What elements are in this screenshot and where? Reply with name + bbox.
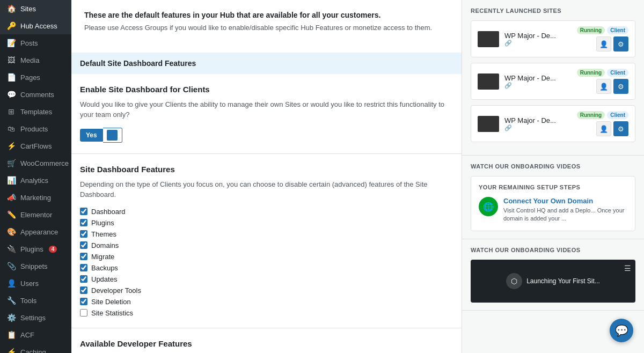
feature-checkbox[interactable] [80, 275, 87, 283]
sidebar-item-analytics[interactable]: 📊 Analytics [0, 172, 71, 189]
feature-checkbox[interactable] [80, 219, 87, 226]
sidebar-item-plugins[interactable]: 🔌 Plugins 4 [0, 240, 71, 258]
client-badge: Client [607, 111, 628, 119]
site-card: WP Major - De... 🔗 Running Client 👤 ⚙ [471, 105, 635, 142]
sidebar-item-templates[interactable]: ⊞ Templates [0, 103, 71, 120]
feature-checkbox-label: Plugins [91, 219, 114, 227]
site-link[interactable]: 🔗 [504, 40, 572, 47]
feature-checkbox[interactable] [80, 241, 87, 249]
sidebar-item-settings[interactable]: ⚙️ Settings [0, 309, 71, 326]
sidebar-item-pages[interactable]: 📄 Pages [0, 69, 71, 86]
sidebar-label-cartflows: CartFlows [20, 142, 52, 150]
sidebar-item-posts[interactable]: 📝 Posts [0, 34, 71, 52]
site-actions: Running Client 👤 ⚙ [577, 111, 628, 136]
plugins-badge: 4 [49, 246, 57, 253]
site-dashboard-features-section: Site Dashboard Features Depending on the… [71, 154, 462, 328]
site-info: WP Major - De... 🔗 [504, 74, 572, 89]
sidebar-item-comments[interactable]: 💬 Comments [0, 86, 71, 103]
sidebar-label-marketing: Marketing [20, 194, 51, 202]
client-badge: Client [607, 26, 628, 34]
feature-checkbox[interactable] [80, 264, 87, 271]
site-actions: Running Client 👤 ⚙ [577, 26, 628, 52]
status-badge: Running [577, 69, 605, 77]
elementor-icon: ✏️ [6, 210, 16, 219]
sidebar-label-users: Users [20, 280, 39, 288]
sidebar-label-woocommerce: WooCommerce [20, 159, 69, 167]
enable-dashboard-desc: Would you like to give your Clients the … [80, 99, 453, 120]
user-action-btn[interactable]: 👤 [596, 121, 611, 136]
sidebar-item-elementor[interactable]: ✏️ Elementor [0, 206, 71, 223]
toggle-box[interactable] [103, 128, 122, 143]
sidebar-label-products: Products [20, 125, 48, 133]
sidebar-item-snippets[interactable]: 📎 Snippets [0, 258, 71, 275]
status-badge: Running [577, 111, 605, 119]
sidebar-item-users[interactable]: 👤 Users [0, 275, 71, 292]
settings-action-btn[interactable]: ⚙ [613, 121, 628, 136]
sidebar-item-caching[interactable]: ⚡ Caching [0, 343, 71, 353]
connect-domain-title[interactable]: Connect Your Own Domain [503, 197, 627, 205]
video-inner: ⬡ Launching Your First Sit... [506, 273, 600, 289]
feature-checkbox-label: Migrate [91, 253, 114, 261]
sidebar-item-products[interactable]: 🛍 Products [0, 120, 71, 137]
feature-checkbox-label: Backups [91, 264, 118, 272]
feature-checkbox[interactable] [80, 309, 87, 317]
site-card: WP Major - De... 🔗 Running Client 👤 ⚙ [471, 63, 635, 100]
video-thumbnail[interactable]: ⬡ Launching Your First Sit... ☰ [471, 260, 635, 303]
features-checkbox-list: DashboardPluginsThemesDomainsMigrateBack… [80, 208, 453, 317]
feature-checkbox[interactable] [80, 230, 87, 238]
feature-checkbox[interactable] [80, 298, 87, 305]
pages-icon: 📄 [6, 72, 16, 82]
sidebar-label-comments: Comments [20, 91, 54, 99]
sidebar-item-woocommerce[interactable]: 🛒 WooCommerce [0, 155, 71, 172]
sidebar-label-pages: Pages [20, 73, 40, 82]
site-link[interactable]: 🔗 [504, 82, 572, 89]
settings-icon: ⚙️ [6, 313, 16, 322]
checkbox-item: Developer Tools [80, 286, 453, 295]
sidebar-item-media[interactable]: 🖼 Media [0, 52, 71, 69]
sidebar-item-acf[interactable]: 📋 ACF [0, 326, 71, 343]
feature-checkbox[interactable] [80, 253, 87, 260]
toggle-container: Yes [80, 128, 453, 143]
templates-icon: ⊞ [6, 107, 16, 116]
sidebar-label-sites: Sites [20, 5, 36, 13]
sidebar-item-hub-access[interactable]: 🔑 Hub Access [0, 17, 71, 34]
sidebar-item-marketing[interactable]: 📣 Marketing [0, 189, 71, 206]
enable-dashboard-title: Enable Site Dashboard for Clients [80, 85, 453, 94]
users-icon: 👤 [6, 278, 16, 288]
user-action-btn[interactable]: 👤 [596, 36, 611, 52]
settings-action-btn[interactable]: ⚙ [613, 36, 628, 52]
tools-icon: 🔧 [6, 296, 16, 305]
sidebar-item-tools[interactable]: 🔧 Tools [0, 292, 71, 309]
sidebar-label-media: Media [20, 56, 39, 64]
sidebar-label-settings: Settings [20, 314, 46, 322]
site-name: WP Major - De... [504, 116, 572, 124]
sidebar-item-sites[interactable]: 🏠 Sites [0, 0, 71, 17]
feature-checkbox[interactable] [80, 208, 87, 215]
sidebar-label-caching: Caching [20, 348, 46, 354]
sidebar-item-cartflows[interactable]: ⚡ CartFlows [0, 137, 71, 155]
site-info: WP Major - De... 🔗 [504, 32, 572, 47]
main-area: These are the default features in your H… [71, 0, 644, 353]
client-badge: Client [607, 69, 628, 77]
site-actions: Running Client 👤 ⚙ [577, 69, 628, 94]
chat-bubble[interactable]: 💬 [610, 319, 633, 342]
caching-icon: ⚡ [6, 347, 16, 353]
available-developer-section: Available Developer Features Disable cer… [71, 328, 462, 354]
feature-checkbox-label: Dashboard [91, 208, 126, 216]
feature-checkbox[interactable] [80, 286, 87, 294]
checkbox-item: Site Statistics [80, 309, 453, 317]
media-icon: 🖼 [6, 55, 16, 65]
checkbox-item: Site Deletion [80, 298, 453, 306]
feature-checkbox-label: Site Deletion [91, 298, 131, 306]
settings-action-btn[interactable]: ⚙ [613, 79, 628, 94]
features-desc: Depending on the type of Clients you foc… [80, 179, 453, 200]
user-action-btn[interactable]: 👤 [596, 79, 611, 94]
toggle-yes-button[interactable]: Yes [80, 129, 103, 142]
comments-icon: 💬 [6, 90, 16, 99]
site-thumbnail [478, 116, 499, 132]
setup-item: 🌐 Connect Your Own Domain Visit Control … [479, 197, 627, 223]
site-link[interactable]: 🔗 [504, 124, 572, 131]
available-title: Available Developer Features [80, 339, 453, 348]
sidebar-item-appearance[interactable]: 🎨 Appearance [0, 223, 71, 240]
acf-icon: 📋 [6, 330, 16, 340]
